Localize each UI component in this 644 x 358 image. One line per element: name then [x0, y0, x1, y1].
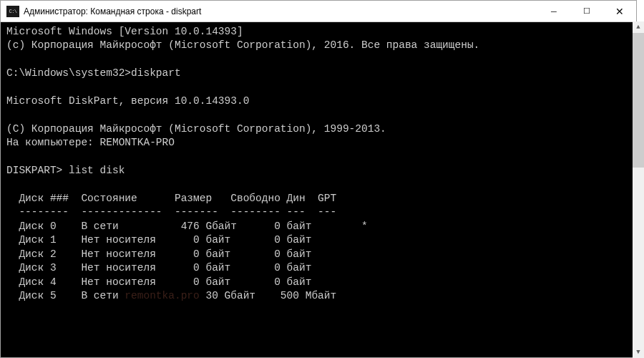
line-diskpart-copyright: (C) Корпорация Майкрософт (Microsoft Cor…: [6, 123, 386, 135]
scroll-up-icon[interactable]: ▲: [633, 21, 644, 33]
console-window: C:\ Администратор: Командная строка - di…: [0, 0, 637, 358]
table-row: Диск 1 Нет носителя 0 байт 0 байт: [6, 234, 311, 246]
table-row: Диск 0 В сети 476 Gбайт 0 байт *: [6, 221, 368, 232]
table-row: Диск 5 В сети remontka.pro 30 Gбайт 500 …: [6, 290, 336, 301]
terminal-area[interactable]: Microsoft Windows [Version 10.0.14393] (…: [1, 22, 636, 357]
vertical-scrollbar[interactable]: ▲ ▼: [633, 21, 644, 358]
line-prompt-listdisk: DISKPART> list disk: [6, 165, 125, 176]
table-row: Диск 4 Нет носителя 0 байт 0 байт: [6, 276, 311, 288]
scroll-down-icon[interactable]: ▼: [633, 347, 644, 358]
scrollbar-thumb[interactable]: [633, 33, 644, 168]
titlebar[interactable]: C:\ Администратор: Командная строка - di…: [1, 1, 636, 22]
window-title: Администратор: Командная строка - diskpa…: [24, 6, 537, 16]
cmd-icon: C:\: [6, 6, 19, 17]
line-diskpart-version: Microsoft DiskPart, версия 10.0.14393.0: [6, 95, 249, 107]
row5-right: 30 Gбайт 500 Mбайт: [200, 290, 336, 301]
table-header: Диск ### Состояние Размер Свободно Дин G…: [6, 193, 336, 204]
table-row: Диск 3 Нет носителя 0 байт 0 байт: [6, 262, 311, 274]
line-prompt-diskpart: C:\Windows\system32>diskpart: [6, 67, 181, 79]
watermark-text: remontka.pro: [125, 290, 199, 301]
maximize-button[interactable]: ☐: [570, 1, 603, 21]
minimize-button[interactable]: ─: [537, 1, 570, 21]
line-computer-name: На компьютере: REMONTKA-PRO: [6, 137, 175, 148]
close-button[interactable]: ✕: [603, 1, 636, 21]
table-divider: -------- ------------- ------- -------- …: [6, 206, 336, 218]
window-controls: ─ ☐ ✕: [537, 1, 636, 21]
row5-left: Диск 5 В сети: [6, 290, 125, 301]
table-row: Диск 2 Нет носителя 0 байт 0 байт: [6, 248, 311, 260]
line-version: Microsoft Windows [Version 10.0.14393]: [6, 26, 243, 37]
line-copyright: (c) Корпорация Майкрософт (Microsoft Cor…: [6, 39, 479, 51]
